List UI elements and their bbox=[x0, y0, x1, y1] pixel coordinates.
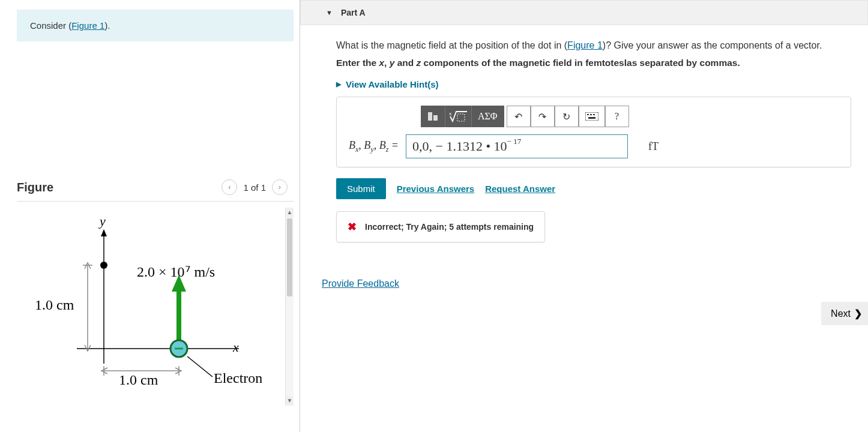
fmt-suffix: components of the magnetic field in femt… bbox=[421, 58, 740, 68]
svg-rect-25 bbox=[587, 114, 589, 115]
svg-line-18 bbox=[187, 356, 212, 377]
submit-button[interactable]: Submit bbox=[336, 178, 386, 199]
feedback-box: ✖ Incorrect; Try Again; 5 attempts remai… bbox=[336, 211, 545, 242]
svg-text:1.0 cm: 1.0 cm bbox=[119, 372, 158, 388]
sep2: and bbox=[394, 58, 416, 68]
request-answer-link[interactable]: Request Answer bbox=[485, 184, 555, 194]
next-button[interactable]: Next ❯ bbox=[821, 302, 868, 325]
answer-variable-label: Bx, By, Bz = bbox=[349, 139, 399, 154]
format-instructions: Enter the x, y and z components of the m… bbox=[336, 58, 851, 68]
scroll-down-icon[interactable]: ▼ bbox=[286, 396, 294, 406]
keyboard-icon bbox=[585, 112, 598, 121]
svg-rect-27 bbox=[593, 114, 595, 115]
next-label: Next bbox=[831, 308, 851, 319]
incorrect-icon: ✖ bbox=[348, 220, 357, 233]
var-x: x bbox=[379, 58, 384, 68]
previous-answers-link[interactable]: Previous Answers bbox=[397, 184, 475, 194]
svg-rect-20 bbox=[428, 112, 432, 121]
part-a-header[interactable]: ▼ Part A bbox=[300, 0, 868, 25]
fmt-prefix: Enter the bbox=[336, 58, 379, 68]
consider-prefix: Consider ( bbox=[30, 20, 71, 31]
answer-input[interactable]: 0,0, − 1.1312 • 10 − 17 bbox=[406, 134, 628, 158]
figure-scrollbar[interactable]: ▲ ▼ bbox=[285, 208, 294, 406]
question-before: What is the magnetic field at the positi… bbox=[336, 40, 567, 50]
reset-button[interactable]: ↻ bbox=[555, 106, 579, 127]
svg-rect-28 bbox=[588, 117, 595, 119]
svg-point-5 bbox=[100, 262, 107, 269]
sqrt-tool-button[interactable]: x bbox=[445, 106, 471, 127]
consider-suffix: ). bbox=[104, 20, 110, 31]
figure-image: y x 1.0 cm 1.0 cm bbox=[17, 208, 285, 406]
consider-box: Consider (Figure 1). bbox=[17, 10, 294, 41]
feedback-text: Incorrect; Try Again; 5 attempts remaini… bbox=[365, 222, 534, 232]
view-hints-toggle[interactable]: ▶ View Available Hint(s) bbox=[336, 79, 851, 89]
figure-pager: 1 of 1 bbox=[243, 182, 266, 193]
figure-title: Figure bbox=[17, 181, 53, 194]
chevron-right-icon: ❯ bbox=[854, 308, 862, 319]
keyboard-button[interactable] bbox=[579, 106, 605, 127]
help-button[interactable]: ? bbox=[605, 106, 629, 127]
undo-button[interactable]: ↶ bbox=[507, 106, 531, 127]
greek-tool-button[interactable]: ΑΣΦ bbox=[471, 106, 504, 127]
question-text: What is the magnetic field at the positi… bbox=[336, 38, 851, 53]
svg-rect-24 bbox=[585, 112, 598, 121]
collapse-icon: ▼ bbox=[326, 9, 333, 16]
scroll-thumb[interactable] bbox=[287, 218, 292, 296]
svg-text:x: x bbox=[232, 340, 239, 355]
hints-label: View Available Hint(s) bbox=[346, 79, 439, 89]
figure-next-button[interactable]: › bbox=[272, 179, 288, 195]
svg-marker-2 bbox=[101, 229, 107, 236]
answer-value-exp: − 17 bbox=[507, 137, 522, 146]
answer-box: x ΑΣΦ ↶ ↷ ↻ ? Bx, By, Bz = bbox=[336, 97, 851, 167]
question-after: )? Give your answer as the components of… bbox=[603, 40, 822, 50]
answer-value-main: 0,0, − 1.1312 • 10 bbox=[412, 139, 507, 154]
svg-text:1.0 cm: 1.0 cm bbox=[35, 297, 74, 313]
scroll-up-icon[interactable]: ▲ bbox=[286, 208, 294, 217]
figure-1-link[interactable]: Figure 1 bbox=[71, 20, 104, 31]
svg-text:y: y bbox=[98, 214, 106, 229]
provide-feedback-link[interactable]: Provide Feedback bbox=[300, 254, 399, 289]
answer-unit: fT bbox=[648, 140, 659, 153]
svg-rect-23 bbox=[457, 114, 465, 121]
svg-rect-26 bbox=[590, 114, 592, 115]
template-tool-button[interactable] bbox=[421, 106, 445, 127]
sep1: , bbox=[384, 58, 390, 68]
svg-text:Electron: Electron bbox=[214, 370, 262, 386]
figure-1-link-q[interactable]: Figure 1 bbox=[567, 40, 603, 50]
part-label: Part A bbox=[341, 8, 366, 17]
svg-text:2.0 × 10⁷ m/s: 2.0 × 10⁷ m/s bbox=[137, 264, 215, 280]
svg-text:x: x bbox=[449, 110, 452, 116]
svg-rect-21 bbox=[433, 115, 438, 121]
redo-button[interactable]: ↷ bbox=[531, 106, 555, 127]
expand-icon: ▶ bbox=[336, 80, 341, 88]
figure-prev-button[interactable]: ‹ bbox=[222, 179, 237, 195]
